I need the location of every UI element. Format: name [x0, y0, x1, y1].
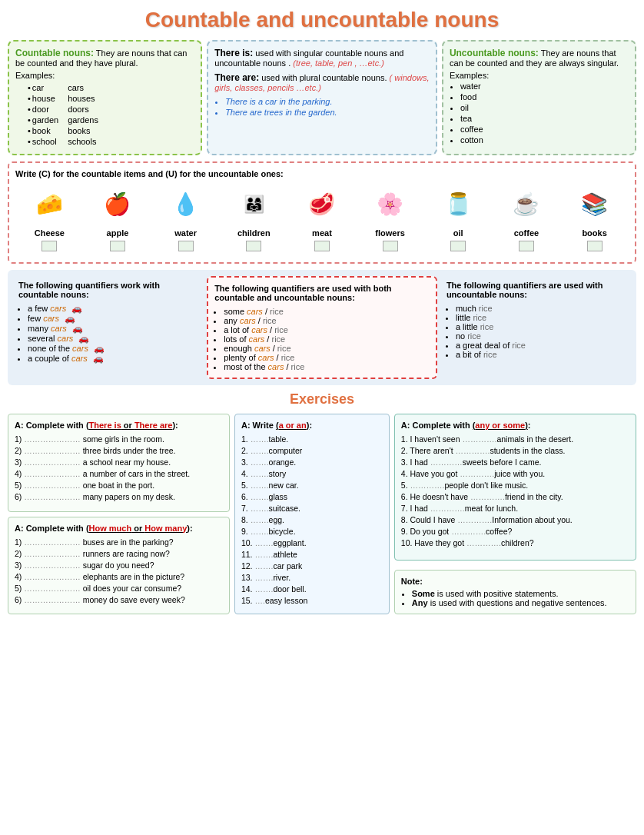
- meat-checkbox[interactable]: [314, 241, 330, 251]
- ex3-item-13: 13. …….river.: [241, 573, 383, 582]
- meat-icon: 🥩: [299, 183, 345, 225]
- item-apple: 🍎 apple: [88, 183, 146, 251]
- there-are-section: There are: used with plural countable no…: [214, 72, 430, 92]
- item-children: 👨‍👩‍👧 children: [225, 183, 283, 251]
- oil-checkbox[interactable]: [450, 241, 466, 251]
- item-flowers: 🌸 flowers: [361, 183, 419, 251]
- note-list: Some is used with positive statements. A…: [412, 589, 629, 607]
- ex1-item-5: 5) ………………… one boat in the port.: [15, 481, 223, 490]
- quant-countable-title: The following quantifiers work with coun…: [18, 281, 198, 299]
- quant-b-7: most of the cars / rice: [224, 362, 430, 371]
- flowers-icon: 🌸: [367, 183, 413, 225]
- ex3-item-9: 9. …….bicycle.: [241, 527, 383, 536]
- apple-label: apple: [107, 228, 129, 238]
- oil-label: oil: [453, 228, 463, 238]
- ex3-item-14: 14. …….door bell.: [241, 584, 383, 594]
- write-exercise-row: Write (C) for the countable items and (U…: [8, 161, 636, 264]
- ex1-item-2: 2) ………………… three birds under the tree.: [15, 446, 223, 455]
- ex4-title: A: Complete with (any or some):: [401, 421, 629, 430]
- countable-examples-table: •carcars •househouses •doordoors •garden…: [26, 82, 100, 148]
- page-title: Countable and uncountable nouns: [8, 8, 636, 32]
- quant-c-4: several cars 🚗: [28, 334, 198, 344]
- ex3-item-12: 12. …….car park: [241, 561, 383, 571]
- item-books: 📚 books: [566, 183, 623, 251]
- quant-b-2: any cars / rice: [224, 316, 430, 325]
- uncountable-list: water food oil tea coffee cotton: [460, 82, 629, 145]
- there-is-title: There is:: [214, 48, 253, 58]
- books-checkbox[interactable]: [587, 241, 603, 251]
- quant-countable-list: a few cars 🚗 few cars 🚗 many cars 🚗 seve…: [28, 304, 198, 364]
- flowers-label: flowers: [375, 228, 405, 238]
- books-icon: 📚: [572, 183, 618, 225]
- there-box: There is: used with singular countable n…: [207, 40, 437, 155]
- note-item-1: Some is used with positive statements.: [412, 589, 629, 598]
- ex1-item-4: 4) ………………… a number of cars in the stree…: [15, 469, 223, 478]
- water-label: water: [174, 228, 197, 238]
- ex2-panel: A: Complete with (How much or How many):…: [8, 517, 230, 615]
- ex1-title: A: Complete with (There is or There are)…: [15, 421, 223, 430]
- there-are-title: There are:: [214, 72, 259, 83]
- item-water: 💧 water: [157, 183, 214, 251]
- meat-label: meat: [312, 228, 332, 238]
- apple-icon: 🍎: [95, 183, 141, 225]
- there-bullet-1: There is a car in the parking.: [225, 97, 430, 106]
- ex3-item-7: 7. …….suitcase.: [241, 504, 383, 513]
- write-exercise-title: Write (C) for the countable items and (U…: [15, 169, 629, 178]
- quant-uncountable-list: much rice little rice a little rice no r…: [456, 304, 626, 359]
- quant-u-4: no rice: [456, 331, 626, 341]
- ex4-item-7: 7. I had ………….meat for lunch.: [401, 504, 629, 513]
- cheese-icon: 🧀: [26, 183, 72, 225]
- cheese-checkbox[interactable]: [41, 241, 57, 251]
- uncountable-item-tea: tea: [460, 114, 629, 123]
- note-box: Note: Some is used with positive stateme…: [394, 570, 636, 614]
- quant-u-2: little rice: [456, 313, 626, 322]
- ex3-item-10: 10. …….eggplant.: [241, 538, 383, 547]
- note-title: Note:: [401, 577, 629, 586]
- item-cheese: 🧀 Cheese: [21, 183, 78, 251]
- ex2-item-5: 5) ………………… oil does your car consume?: [15, 584, 223, 593]
- quant-c-1: a few cars 🚗: [28, 304, 198, 314]
- uncountable-title: Uncountable nouns:: [450, 48, 539, 58]
- apple-checkbox[interactable]: [110, 241, 125, 251]
- exercises-left: A: Complete with (There is or There are)…: [8, 414, 230, 614]
- quant-countable-box: The following quantifiers work with coun…: [14, 276, 202, 379]
- ex4-item-4: 4. Have you got ………….juice with you.: [401, 469, 629, 478]
- quantifiers-section: The following quantifiers work with coun…: [8, 270, 636, 385]
- there-bullet-2: There are trees in the garden.: [225, 108, 430, 117]
- quant-u-5: a great deal of rice: [456, 341, 626, 350]
- quant-b-4: lots of cars / rice: [224, 334, 430, 344]
- exercises-title: Exercises: [8, 391, 636, 408]
- coffee-checkbox[interactable]: [519, 241, 534, 251]
- ex1-item-1: 1) ………………… some girls in the room.: [15, 434, 223, 444]
- ex3-item-5: 5. …….new car.: [241, 481, 383, 490]
- uncountable-item-cotton: cotton: [460, 135, 629, 145]
- children-checkbox[interactable]: [246, 241, 261, 251]
- water-checkbox[interactable]: [178, 241, 194, 251]
- ex3-item-6: 6. …….glass: [241, 492, 383, 501]
- ex3-item-2: 2. …….computer: [241, 446, 383, 455]
- quant-c-6: a couple of cars 🚗: [28, 354, 198, 364]
- flowers-checkbox[interactable]: [383, 241, 398, 251]
- ex1-item-3: 3) ………………… a school near my house.: [15, 457, 223, 467]
- ex3-title: A: Write (a or an):: [241, 421, 383, 430]
- item-oil: 🫙 oil: [430, 183, 487, 251]
- ex2-title: A: Complete with (How much or How many):: [15, 524, 223, 533]
- quant-u-1: much rice: [456, 304, 626, 313]
- ex4-item-5: 5. ………….people don't like music.: [401, 481, 629, 490]
- countable-examples-label: Examples:: [15, 71, 194, 80]
- ex2-item-1: 1) ………………… buses are in the parking?: [15, 537, 223, 547]
- top-section: Countable nouns: They are nouns that can…: [8, 40, 636, 155]
- cheese-label: Cheese: [35, 228, 65, 238]
- ex4-item-3: 3. I had …………sweets before I came.: [401, 457, 629, 467]
- items-row: 🧀 Cheese 🍎 apple 💧 water 👨‍👩‍👧 children …: [15, 183, 629, 251]
- ex2-item-6: 6) ………………… money do save every week?: [15, 595, 223, 604]
- exercises-right: A: Complete with (any or some): 1. I hav…: [394, 414, 636, 614]
- ex4-item-2: 2. There aren't ………….students in the cla…: [401, 446, 629, 455]
- quant-b-6: plenty of cars / rice: [224, 353, 430, 362]
- ex4-item-1: 1. I haven't seen ………….animals in the de…: [401, 434, 629, 444]
- ex3-panel: A: Write (a or an): 1. …….table. 2. …….c…: [234, 414, 390, 614]
- ex4-item-10: 10. Have they got ………….children?: [401, 538, 629, 547]
- uncountable-examples-label: Examples:: [450, 71, 629, 80]
- quant-c-3: many cars 🚗: [28, 324, 198, 334]
- quant-both-list: some cars / rice any cars / rice a lot o…: [224, 307, 430, 371]
